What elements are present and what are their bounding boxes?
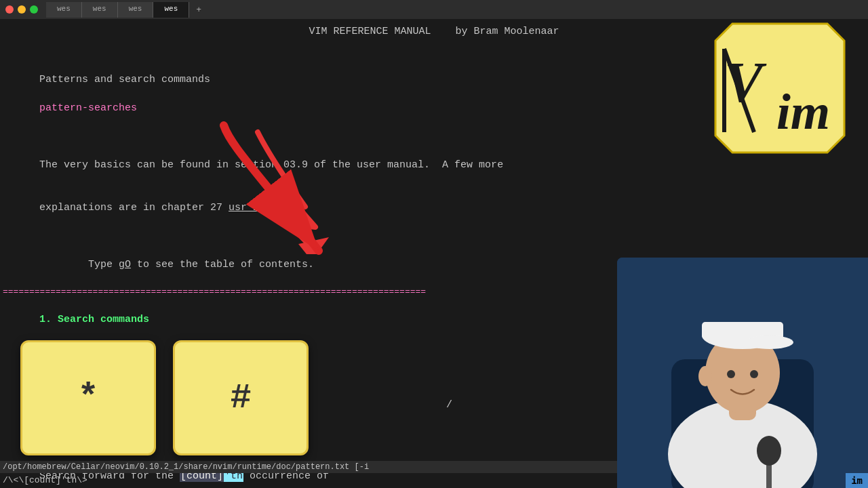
status-bar-path: /opt/homebrew/Cellar/neovim/0.10.2_1/sha… (0, 461, 617, 473)
go-link[interactable]: gO (119, 259, 131, 270)
hash-symbol: # (230, 378, 251, 418)
tab-2[interactable]: wes (82, 2, 118, 18)
blank-3 (3, 229, 865, 243)
usr27-link[interactable]: usr_27.txt (229, 202, 290, 214)
asterisk-symbol: * (77, 378, 98, 418)
svg-point-19 (757, 436, 781, 466)
heading-text: Patterns and search commands (39, 74, 210, 85)
tab-4[interactable]: wes (153, 2, 189, 18)
heading-spacer (39, 88, 241, 100)
webcam-overlay: im (617, 258, 868, 488)
asterisk-key[interactable]: * (20, 340, 156, 455)
command-line: /\<\[count]'th\> (0, 475, 617, 485)
svg-point-15 (727, 370, 735, 378)
heading-ref: pattern-searches (39, 102, 137, 114)
svg-point-17 (698, 366, 712, 386)
minimize-button[interactable] (18, 5, 26, 14)
traffic-lights (5, 5, 38, 14)
new-tab-button[interactable]: + (189, 2, 208, 18)
tab-1[interactable]: wes (46, 2, 82, 18)
webcam-background: im (617, 258, 868, 488)
svg-point-16 (750, 370, 758, 378)
svg-point-14 (746, 336, 793, 349)
hash-key[interactable]: # (173, 340, 309, 455)
close-button[interactable] (5, 5, 14, 14)
para1-line2: explanations are in chapter 27 usr_27.tx… (3, 186, 865, 229)
tab-3[interactable]: wes (118, 2, 154, 18)
vim-logo: V im (712, 20, 848, 156)
section-label: 1. Search commands (39, 314, 149, 325)
maximize-button[interactable] (30, 5, 38, 14)
svg-text:im: im (776, 83, 830, 140)
section-spacer (39, 328, 259, 340)
tab-bar: wes wes wes wes + (46, 2, 208, 18)
vim-corner-badge: im (846, 473, 868, 488)
title-bar: wes wes wes wes + (0, 0, 868, 19)
